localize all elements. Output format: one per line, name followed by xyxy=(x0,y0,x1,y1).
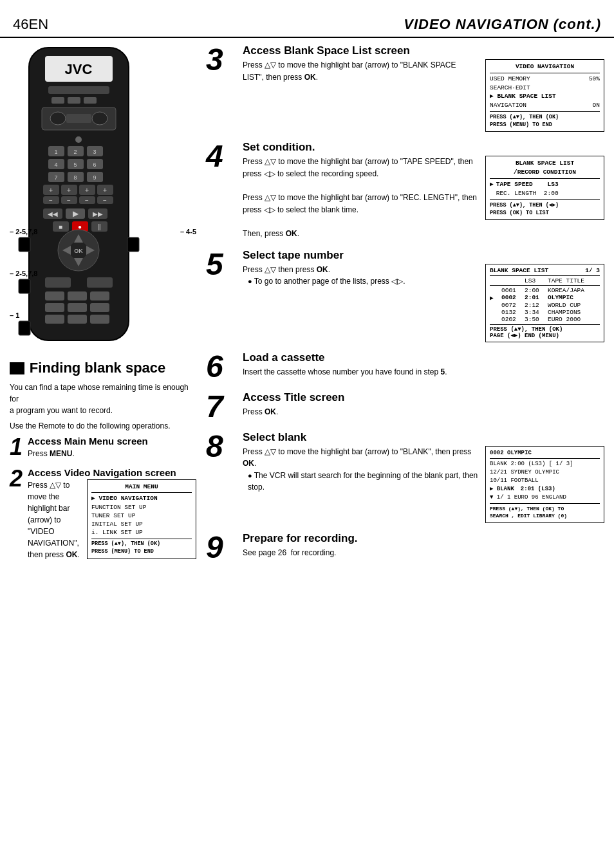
vn-screen: VIDEO NAVIGATION USED MEMORY 50% SEARCH·… xyxy=(485,59,604,132)
finding-desc-2: Use the Remote to do the following opera… xyxy=(10,420,196,432)
step-1-number: 1 xyxy=(10,436,23,459)
remote-svg: JVC 1 2 3 xyxy=(10,44,158,353)
step-7-content: Access Title screen Press OK. xyxy=(243,391,604,418)
step-5-body: Press △▽ then press OK. To go to another… xyxy=(243,264,479,288)
svg-rect-76 xyxy=(19,237,30,252)
step-3-number: 3 xyxy=(206,44,235,75)
step-5-content: Select tape number Press △▽ then press O… xyxy=(243,249,604,342)
step-3: 3 Access Blank Space List screen Press △… xyxy=(206,44,604,132)
svg-text:1: 1 xyxy=(54,149,57,155)
remote-label-4: – 1 xyxy=(10,311,19,319)
step-4-body: Press △▽ to move the highlight bar (arro… xyxy=(243,156,479,239)
main-menu-screen: MAIN MENU ▶ VIDEO NAVIGATION FUNCTION SE… xyxy=(87,479,196,559)
step-8-number: 8 xyxy=(206,431,235,462)
svg-rect-71 xyxy=(68,303,87,312)
step-6: 6 Load a cassette Insert the cassette wh… xyxy=(206,351,604,382)
remote-control-image: JVC 1 2 3 xyxy=(10,44,190,353)
step-3-content: Access Blank Space List screen Press △▽ … xyxy=(243,44,604,132)
svg-text:5: 5 xyxy=(73,162,77,168)
svg-rect-68 xyxy=(68,291,87,300)
svg-point-11 xyxy=(75,136,82,143)
step-1-body: Press MENU. xyxy=(28,448,196,459)
svg-text:+: + xyxy=(67,186,71,194)
svg-text:4: 4 xyxy=(54,162,57,168)
step-7-body: Press OK. xyxy=(243,406,604,418)
step-2-number: 2 xyxy=(10,467,23,490)
page-header: 46EN VIDEO NAVIGATION (cont.) xyxy=(0,0,614,38)
step-8-content: Select blank Press △▽ to move the highli… xyxy=(243,431,604,523)
step-9-content: Prepare for recording. See page 26 for r… xyxy=(243,532,604,559)
svg-point-8 xyxy=(50,112,66,125)
step-6-number: 6 xyxy=(206,351,235,382)
finding-title-box xyxy=(10,362,24,374)
bslc-screen: BLANK SPACE LIST/RECORD CONDITION ▶TAPE … xyxy=(485,156,604,220)
step-8: 8 Select blank Press △▽ to move the high… xyxy=(206,431,604,523)
right-column: 3 Access Blank Space List screen Press △… xyxy=(206,44,604,572)
step-9: 9 Prepare for recording. See page 26 for… xyxy=(206,532,604,563)
svg-text:2: 2 xyxy=(73,149,77,155)
step-6-title: Load a cassette xyxy=(243,351,604,364)
svg-text:6: 6 xyxy=(93,162,96,168)
step-2-content: Access Video Navigation screen Press △▽ … xyxy=(28,467,196,560)
svg-point-9 xyxy=(92,112,107,125)
svg-text:JVC: JVC xyxy=(65,61,93,77)
svg-rect-70 xyxy=(45,303,64,312)
svg-text:◀◀: ◀◀ xyxy=(48,210,58,217)
svg-rect-78 xyxy=(19,321,30,335)
svg-text:■: ■ xyxy=(59,223,62,230)
bsl-table-screen: BLANK SPACE LIST 1/ 3 LS3 TAPE TITLE xyxy=(485,264,604,342)
svg-text:−: − xyxy=(49,197,53,204)
svg-rect-75 xyxy=(90,315,109,324)
svg-text:−: − xyxy=(67,197,71,204)
step-1-content: Access Main Menu screen Press MENU. xyxy=(28,436,196,459)
step-5-title: Select tape number xyxy=(243,249,604,262)
step-7-title: Access Title screen xyxy=(243,391,604,404)
remote-label-2: – 4-5 xyxy=(180,228,196,235)
step-4-number: 4 xyxy=(206,141,235,172)
step-9-title: Prepare for recording. xyxy=(243,532,604,545)
svg-text:−: − xyxy=(85,197,89,204)
left-column: JVC 1 2 3 xyxy=(10,44,196,572)
svg-text:▶▶: ▶▶ xyxy=(93,210,103,217)
step-2-body: Press △▽ to move the highlight bar (arro… xyxy=(28,479,80,560)
svg-rect-65 xyxy=(45,277,71,288)
svg-rect-66 xyxy=(87,277,113,288)
step-4-title: Set condition. xyxy=(243,141,604,154)
step-7: 7 Access Title screen Press OK. xyxy=(206,391,604,422)
finding-desc-1: You can find a tape whose remaining time… xyxy=(10,382,196,416)
svg-text:8: 8 xyxy=(73,174,77,181)
svg-text:−: − xyxy=(103,197,107,204)
page-title: VIDEO NAVIGATION (cont.) xyxy=(404,16,601,33)
svg-text:▶: ▶ xyxy=(73,209,79,218)
svg-rect-77 xyxy=(19,279,30,293)
svg-text:+: + xyxy=(103,186,107,194)
step-8-title: Select blank xyxy=(243,431,604,444)
svg-text:●: ● xyxy=(78,223,82,230)
main-layout: JVC 1 2 3 xyxy=(0,44,614,572)
svg-rect-4 xyxy=(51,97,64,104)
svg-text:+: + xyxy=(49,186,53,194)
step-7-number: 7 xyxy=(206,391,235,422)
step-2: 2 Access Video Navigation screen Press △… xyxy=(10,467,196,560)
svg-rect-74 xyxy=(68,315,87,324)
page-number: 46EN xyxy=(13,6,48,33)
step-9-body: See page 26 for recording. xyxy=(243,547,604,559)
svg-rect-79 xyxy=(127,237,139,252)
step-5: 5 Select tape number Press △▽ then press… xyxy=(206,249,604,342)
step-2-title: Access Video Navigation screen xyxy=(28,467,196,478)
step-1-title: Access Main Menu screen xyxy=(28,436,196,447)
step-9-number: 9 xyxy=(206,532,235,563)
finding-section-title: Finding blank space xyxy=(10,360,196,376)
svg-text:7: 7 xyxy=(54,174,57,181)
svg-text:3: 3 xyxy=(93,149,96,155)
step-4: 4 Set condition. Press △▽ to move the hi… xyxy=(206,141,604,239)
svg-rect-5 xyxy=(68,97,80,104)
svg-text:OK: OK xyxy=(74,248,83,254)
remote-label-1: – 2-5,7,8 xyxy=(10,228,37,235)
step-6-content: Load a cassette Insert the cassette whos… xyxy=(243,351,604,378)
step-1: 1 Access Main Menu screen Press MENU. xyxy=(10,436,196,459)
step-6-body: Insert the cassette whose number you hav… xyxy=(243,366,604,378)
remote-label-3: – 2-5,7,8 xyxy=(10,270,37,277)
svg-rect-73 xyxy=(45,315,64,324)
step-8-body: Press △▽ to move the highlight bar (arro… xyxy=(243,446,479,494)
